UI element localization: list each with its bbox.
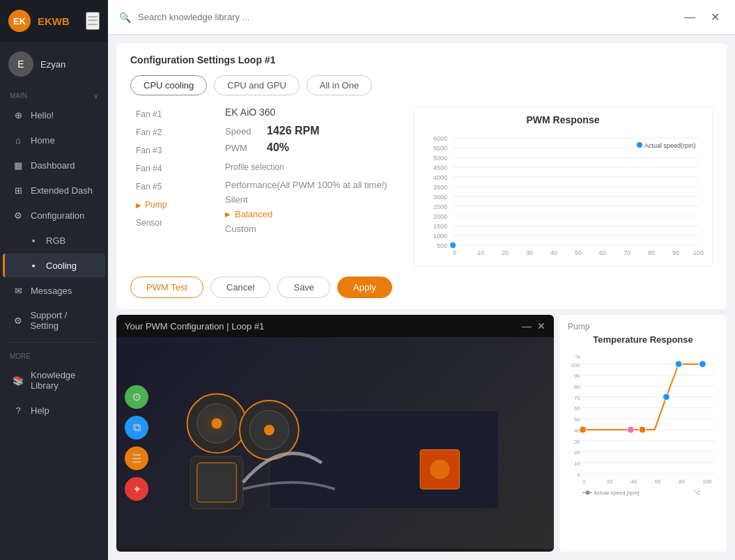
pwm-close-button[interactable]: ✕ — [537, 320, 546, 332]
sidebar-item-knowledge[interactable]: 📚 Knowledge Library — [3, 364, 105, 397]
sidebar-item-extended-dash[interactable]: ⊞ Extended Dash — [3, 178, 105, 202]
svg-text:80: 80 — [648, 249, 655, 256]
svg-text:50: 50 — [575, 249, 582, 256]
profile-custom[interactable]: Custom — [225, 221, 402, 236]
tab-cpu-cooling[interactable]: CPU cooling — [130, 75, 207, 95]
configuration-icon: ⚙ — [13, 210, 24, 221]
fan-icon-btn[interactable]: ✦ — [125, 477, 148, 501]
tab-cpu-gpu[interactable]: CPU and GPU — [214, 75, 300, 95]
svg-text:50: 50 — [574, 417, 580, 423]
device-speed: Speed 1426 RPM — [225, 125, 402, 137]
settings-icon-btn[interactable]: ⚙ — [125, 385, 148, 409]
sidebar-item-home[interactable]: ⌂ Home — [3, 128, 105, 152]
profile-silent[interactable]: Silent — [225, 192, 402, 207]
speed-label: Speed — [225, 126, 267, 137]
bottom-section: Your PWM Configuration | Loop #1 — ✕ — [116, 315, 727, 552]
sidebar-divider — [7, 342, 101, 343]
pwm-sidebar-icons: ⚙ ⧉ ☰ ✦ — [125, 385, 148, 501]
sidebar-item-label: RGB — [46, 235, 65, 246]
svg-text:90: 90 — [672, 249, 679, 256]
cancel-button[interactable]: Cancel — [210, 277, 270, 298]
sidebar-menu-button[interactable]: ☰ — [86, 12, 100, 30]
fan-item-1[interactable]: Fan #1 — [130, 107, 206, 122]
sidebar-item-dashboard[interactable]: ▦ Dashboard — [3, 153, 105, 177]
fan-item-2[interactable]: Fan #2 — [130, 125, 206, 140]
temp-chart-title: Temperature Response — [568, 334, 718, 345]
extended-dash-icon: ⊞ — [13, 185, 24, 196]
messages-icon: ✉ — [13, 285, 24, 296]
svg-text:500: 500 — [437, 242, 447, 249]
search-input[interactable] — [138, 12, 673, 22]
sidebar-item-support[interactable]: ⚙ Support / Setting — [3, 304, 105, 337]
profile-performance[interactable]: Performance(All PWM 100% at all time!) — [225, 178, 402, 192]
svg-text:5000: 5000 — [433, 155, 447, 162]
svg-text:20: 20 — [574, 449, 580, 456]
svg-text:30: 30 — [574, 439, 580, 445]
pc-visual-svg — [138, 353, 532, 533]
fan-item-5[interactable]: Fan #5 — [130, 179, 206, 194]
tab-all-in-one[interactable]: All in One — [307, 75, 372, 95]
speed-value: 1426 RPM — [267, 125, 320, 137]
fan-item-pump[interactable]: Pump — [130, 197, 206, 212]
minimize-button[interactable]: — — [680, 8, 699, 26]
rgb-icon: ▪ — [28, 235, 39, 246]
config-title: Configuration Settings Loop #1 — [130, 54, 713, 65]
main-content: 🔍 — ✕ Configuration Settings Loop #1 CPU… — [108, 0, 735, 560]
pwm-chart-title: PWM Response — [422, 114, 704, 125]
config-panel: Configuration Settings Loop #1 CPU cooli… — [116, 43, 727, 309]
sidebar-item-label: Messages — [31, 286, 72, 296]
config-body: Fan #1 Fan #2 Fan #3 Fan #4 Fan #5 Pump … — [130, 107, 713, 267]
save-button[interactable]: Save — [277, 277, 330, 298]
pwm-config-header: Your PWM Configuration | Loop #1 — ✕ — [116, 315, 554, 337]
sidebar-item-configuration[interactable]: ⚙ Configuration — [3, 203, 105, 227]
fan-item-sensor[interactable]: Sensor — [130, 215, 206, 231]
list-icon-btn[interactable]: ☰ — [125, 446, 148, 470]
svg-text:40: 40 — [630, 479, 637, 485]
pwm-test-button[interactable]: PWM Test — [130, 277, 203, 298]
pwm-minimize-button[interactable]: — — [522, 320, 532, 332]
svg-text:Actual speed [rpm]: Actual speed [rpm] — [594, 490, 639, 496]
fan-list: Fan #1 Fan #2 Fan #3 Fan #4 Fan #5 Pump … — [130, 107, 214, 267]
svg-text:0: 0 — [453, 249, 456, 256]
sidebar-item-label: Home — [31, 135, 55, 146]
avatar: E — [8, 52, 33, 77]
apply-button[interactable]: Apply — [337, 277, 392, 298]
svg-point-81 — [639, 426, 646, 433]
sidebar-item-hello[interactable]: ⊕ Hello! — [3, 103, 105, 127]
fan-item-4[interactable]: Fan #4 — [130, 161, 206, 176]
svg-text:0: 0 — [583, 479, 587, 485]
pwm-chart-svg: 6000 5500 5000 4500 4000 3500 3000 2500 … — [422, 131, 704, 256]
app-logo: EK — [8, 10, 31, 32]
svg-text:60: 60 — [574, 405, 580, 412]
content-area: Configuration Settings Loop #1 CPU cooli… — [108, 35, 735, 560]
svg-point-82 — [663, 394, 670, 400]
svg-point-80 — [627, 426, 634, 433]
copy-icon-btn[interactable]: ⧉ — [125, 416, 148, 440]
svg-text:80: 80 — [679, 479, 685, 485]
svg-rect-46 — [197, 462, 237, 502]
svg-point-83 — [675, 361, 682, 368]
profile-balanced[interactable]: Balanced — [225, 207, 402, 221]
sidebar-item-label: Dashboard — [31, 160, 75, 171]
svg-text:Actual speed(rpm): Actual speed(rpm) — [644, 142, 696, 149]
svg-text:°C: °C — [695, 490, 701, 496]
temp-chart-svg: % 100 90 80 70 60 50 40 30 20 10 0 — [568, 348, 718, 508]
help-icon: ? — [13, 405, 24, 416]
svg-point-48 — [431, 460, 450, 479]
svg-text:70: 70 — [574, 395, 580, 401]
home-icon: ⌂ — [13, 134, 24, 146]
fan-item-3[interactable]: Fan #3 — [130, 143, 206, 158]
user-profile: E Ezyan — [0, 42, 108, 86]
pwm-label: PWM — [225, 143, 267, 153]
device-pwm: PWM 40% — [225, 141, 402, 154]
sidebar-item-rgb[interactable]: ▪ RGB — [3, 228, 105, 252]
close-button[interactable]: ✕ — [706, 8, 724, 26]
sidebar-item-help[interactable]: ? Help — [3, 398, 105, 422]
config-tabs: CPU cooling CPU and GPU All in One — [130, 75, 713, 95]
topbar: 🔍 — ✕ — [108, 0, 735, 35]
svg-text:3000: 3000 — [433, 194, 447, 201]
sidebar-item-messages[interactable]: ✉ Messages — [3, 279, 105, 302]
svg-text:4500: 4500 — [433, 164, 447, 171]
pump-label: Pump — [568, 322, 718, 332]
sidebar-item-cooling[interactable]: ▪ Cooling — [3, 254, 105, 277]
